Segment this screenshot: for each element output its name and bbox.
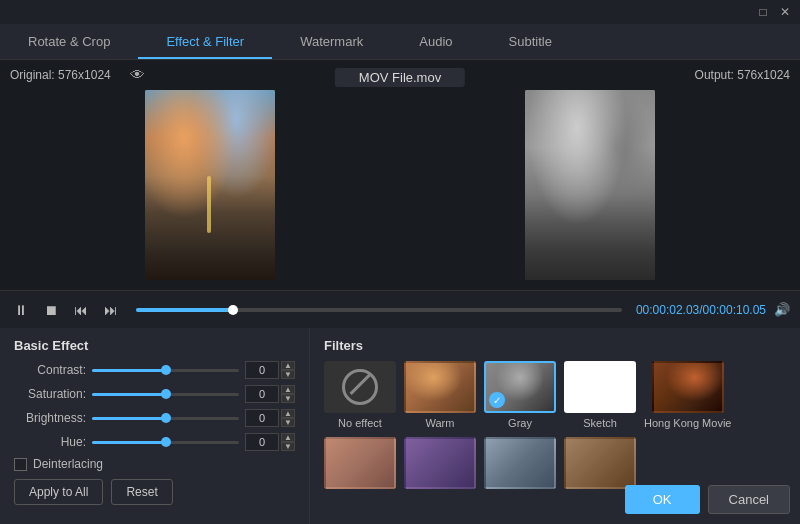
prev-frame-button[interactable]: ⏮ (70, 300, 92, 320)
hue-label: Hue: (14, 435, 86, 449)
hue-down-button[interactable]: ▼ (281, 442, 295, 451)
warm-label: Warm (426, 417, 455, 429)
output-resolution-label: Output: 576x1024 (695, 68, 790, 82)
brightness-up-button[interactable]: ▲ (281, 409, 295, 418)
tab-audio[interactable]: Audio (391, 26, 480, 59)
saturation-input[interactable] (245, 385, 279, 403)
sketch-label: Sketch (583, 417, 617, 429)
footer-buttons: OK Cancel (625, 485, 790, 514)
hue-slider[interactable] (92, 434, 239, 450)
reset-button[interactable]: Reset (111, 479, 172, 505)
deinterlacing-label: Deinterlacing (33, 457, 103, 471)
filter-r2c[interactable] (484, 437, 556, 493)
preview-area: Original: 576x1024 👁 MOV File.mov Output… (0, 60, 800, 290)
volume-icon[interactable]: 🔊 (774, 302, 790, 317)
brightness-slider[interactable] (92, 410, 239, 426)
brightness-label: Brightness: (14, 411, 86, 425)
contrast-up-button[interactable]: ▲ (281, 361, 295, 370)
sketch-thumbnail (564, 361, 636, 413)
saturation-up-button[interactable]: ▲ (281, 385, 295, 394)
no-effect-icon (342, 369, 378, 405)
filter-r2a[interactable] (324, 437, 396, 493)
hue-up-button[interactable]: ▲ (281, 433, 295, 442)
saturation-value-row: ▲ ▼ (245, 385, 295, 403)
filter-r2b-thumbnail (404, 437, 476, 489)
filter-r2a-thumbnail (324, 437, 396, 489)
filter-r2b[interactable] (404, 437, 476, 493)
saturation-row: Saturation: ▲ ▼ (14, 385, 295, 403)
basic-effect-panel: Basic Effect Contrast: ▲ ▼ (0, 328, 310, 524)
brightness-value-row: ▲ ▼ (245, 409, 295, 427)
filter-no-effect[interactable]: No effect (324, 361, 396, 429)
warm-thumbnail (404, 361, 476, 413)
tab-subtitle[interactable]: Subtitle (481, 26, 580, 59)
hue-input[interactable] (245, 433, 279, 451)
stop-button[interactable]: ⏹ (40, 300, 62, 320)
contrast-value-row: ▲ ▼ (245, 361, 295, 379)
pause-button[interactable]: ⏸ (10, 300, 32, 320)
hue-row: Hue: ▲ ▼ (14, 433, 295, 451)
hue-value-row: ▲ ▼ (245, 433, 295, 451)
basic-effect-title: Basic Effect (14, 338, 295, 353)
contrast-label: Contrast: (14, 363, 86, 377)
progress-fill (136, 308, 233, 312)
contrast-slider[interactable] (92, 362, 239, 378)
contrast-down-button[interactable]: ▼ (281, 370, 295, 379)
original-resolution-label: Original: 576x1024 (10, 68, 111, 82)
title-bar: □ ✕ (0, 0, 800, 24)
file-name-label: MOV File.mov (335, 68, 465, 87)
no-effect-thumbnail (324, 361, 396, 413)
cancel-button[interactable]: Cancel (708, 485, 790, 514)
filter-gray[interactable]: ✓ Gray (484, 361, 556, 429)
contrast-row: Contrast: ▲ ▼ (14, 361, 295, 379)
hk-movie-label: Hong Kong Movie (644, 417, 731, 429)
main-container: □ ✕ Rotate & Crop Effect & Filter Waterm… (0, 0, 800, 524)
filters-grid: No effect Warm ✓ Gray Sketch (324, 361, 786, 493)
hk-movie-thumbnail (652, 361, 724, 413)
tab-bar: Rotate & Crop Effect & Filter Watermark … (0, 24, 800, 60)
tab-effect-filter[interactable]: Effect & Filter (138, 26, 272, 59)
selected-check-icon: ✓ (489, 392, 505, 408)
progress-bar[interactable] (136, 308, 622, 312)
brightness-input[interactable] (245, 409, 279, 427)
filter-hk-movie[interactable]: Hong Kong Movie (644, 361, 731, 429)
saturation-down-button[interactable]: ▼ (281, 394, 295, 403)
filters-title: Filters (324, 338, 786, 353)
preview-output-image (525, 90, 655, 280)
no-effect-label: No effect (338, 417, 382, 429)
gray-label: Gray (508, 417, 532, 429)
saturation-label: Saturation: (14, 387, 86, 401)
next-frame-button[interactable]: ⏭ (100, 300, 122, 320)
filter-r2d-thumbnail (564, 437, 636, 489)
contrast-input[interactable] (245, 361, 279, 379)
filter-r2c-thumbnail (484, 437, 556, 489)
preview-original-image (145, 90, 275, 280)
deinterlacing-checkbox[interactable] (14, 458, 27, 471)
action-buttons: Apply to All Reset (14, 479, 295, 505)
preview-images-container (20, 90, 780, 280)
time-display: 00:00:02.03/00:00:10.05 (636, 303, 766, 317)
tab-rotate[interactable]: Rotate & Crop (0, 26, 138, 59)
gray-thumbnail: ✓ (484, 361, 556, 413)
tab-watermark[interactable]: Watermark (272, 26, 391, 59)
close-button[interactable]: ✕ (778, 5, 792, 19)
brightness-row: Brightness: ▲ ▼ (14, 409, 295, 427)
brightness-down-button[interactable]: ▼ (281, 418, 295, 427)
filter-sketch[interactable]: Sketch (564, 361, 636, 429)
filter-warm[interactable]: Warm (404, 361, 476, 429)
eye-icon[interactable]: 👁 (130, 66, 145, 83)
ok-button[interactable]: OK (625, 485, 700, 514)
deinterlacing-row: Deinterlacing (14, 457, 295, 471)
playback-controls: ⏸ ⏹ ⏮ ⏭ 00:00:02.03/00:00:10.05 🔊 (0, 290, 800, 328)
saturation-slider[interactable] (92, 386, 239, 402)
apply-to-all-button[interactable]: Apply to All (14, 479, 103, 505)
progress-handle[interactable] (228, 305, 238, 315)
minimize-button[interactable]: □ (756, 5, 770, 19)
